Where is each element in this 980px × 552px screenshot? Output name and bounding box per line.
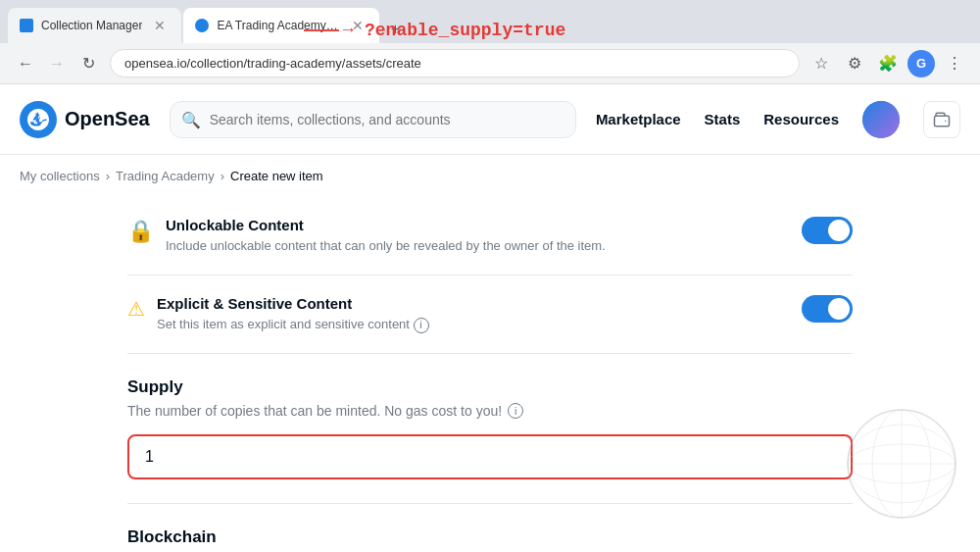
wallet-button[interactable]: [923, 101, 960, 138]
back-button[interactable]: ←: [12, 50, 39, 77]
url-annotation: ——→ ?enable_supply=true: [304, 20, 565, 40]
globe-svg: [843, 405, 960, 523]
explicit-content-title: Explicit & Sensitive Content: [157, 295, 429, 312]
breadcrumb-trading-academy[interactable]: Trading Academy: [116, 169, 215, 183]
opensea-logo-icon: [20, 101, 57, 138]
tab-favicon-collection: [20, 19, 33, 32]
nav-marketplace[interactable]: Marketplace: [596, 111, 681, 127]
user-avatar[interactable]: [862, 101, 900, 138]
breadcrumb-sep-2: ›: [220, 169, 224, 183]
warning-icon: ⚠: [127, 297, 145, 321]
lock-icon: 🔒: [127, 219, 154, 244]
opensea-logo-text: OpenSea: [65, 108, 150, 130]
supply-input[interactable]: [127, 434, 853, 479]
explicit-content-label-section: ⚠ Explicit & Sensitive Content Set this …: [127, 295, 429, 333]
profile-avatar[interactable]: G: [907, 50, 935, 77]
explicit-content-desc-text: Set this item as explicit and sensitive …: [157, 317, 410, 331]
supply-info-icon[interactable]: i: [508, 403, 523, 419]
tab-collection-manager[interactable]: Collection Manager ✕: [8, 8, 181, 43]
extension-icon[interactable]: ⚙: [841, 50, 868, 77]
blockchain-section: Blockchain Ethereum ⌄: [127, 504, 853, 552]
forward-button[interactable]: →: [43, 50, 71, 77]
main-content: 🔒 Unlockable Content Include unlockable …: [108, 197, 872, 552]
search-icon: 🔍: [181, 110, 201, 128]
search-bar: 🔍: [170, 101, 576, 138]
unlockable-content-label-section: 🔒 Unlockable Content Include unlockable …: [127, 217, 606, 255]
supply-desc-text: The number of copies that can be minted.…: [127, 403, 502, 419]
breadcrumb: My collections › Trading Academy › Creat…: [0, 155, 980, 197]
globe-decoration: [843, 405, 960, 523]
explicit-content-desc: Set this item as explicit and sensitive …: [157, 316, 429, 333]
supply-desc: The number of copies that can be minted.…: [127, 403, 853, 419]
tab-close-collection[interactable]: ✕: [150, 16, 170, 35]
explicit-content-info-icon[interactable]: i: [414, 318, 429, 333]
explicit-content-text: Explicit & Sensitive Content Set this it…: [157, 295, 429, 333]
breadcrumb-my-collections[interactable]: My collections: [20, 169, 100, 183]
opensea-nav: OpenSea 🔍 Marketplace Stats Resources: [0, 84, 980, 155]
unlockable-content-title: Unlockable Content: [166, 217, 606, 233]
nav-stats[interactable]: Stats: [705, 111, 741, 127]
bookmark-icon[interactable]: ☆: [808, 50, 835, 77]
blockchain-title: Blockchain: [127, 527, 853, 547]
breadcrumb-current: Create new item: [230, 169, 323, 183]
annotation-arrow: ——→: [304, 20, 357, 40]
supply-title: Supply: [127, 377, 853, 397]
search-input[interactable]: [170, 101, 576, 138]
supply-section: Supply The number of copies that can be …: [127, 354, 853, 504]
reload-button[interactable]: ↻: [74, 50, 102, 77]
menu-icon[interactable]: ⋮: [941, 50, 968, 77]
explicit-content-row: ⚠ Explicit & Sensitive Content Set this …: [127, 276, 853, 354]
unlockable-content-toggle[interactable]: [802, 217, 853, 244]
tab-title-collection: Collection Manager: [41, 19, 142, 32]
nav-buttons: ← → ↻: [12, 50, 102, 77]
wallet-icon: [933, 111, 951, 128]
breadcrumb-sep-1: ›: [106, 169, 110, 183]
nav-resources[interactable]: Resources: [763, 111, 839, 127]
address-input[interactable]: [110, 49, 800, 77]
unlockable-content-row: 🔒 Unlockable Content Include unlockable …: [127, 197, 853, 276]
avatar-image: [862, 101, 900, 138]
extensions-icon[interactable]: 🧩: [874, 50, 902, 77]
nav-links: Marketplace Stats Resources: [596, 101, 960, 138]
browser-icons: ☆ ⚙ 🧩 G ⋮: [808, 50, 968, 77]
opensea-logo[interactable]: OpenSea: [20, 101, 150, 138]
unlockable-content-desc: Include unlockable content that can only…: [166, 237, 606, 255]
explicit-content-toggle[interactable]: [802, 295, 853, 323]
svg-rect-0: [935, 116, 950, 126]
svg-point-1: [945, 120, 947, 122]
opensea-svg: [27, 109, 49, 130]
address-bar: ← → ↻ ☆ ⚙ 🧩 G ⋮: [0, 43, 980, 83]
unlockable-content-text: Unlockable Content Include unlockable co…: [166, 217, 606, 255]
tab-favicon-opensea: [195, 19, 209, 32]
annotation-text: ?enable_supply=true: [365, 21, 565, 40]
